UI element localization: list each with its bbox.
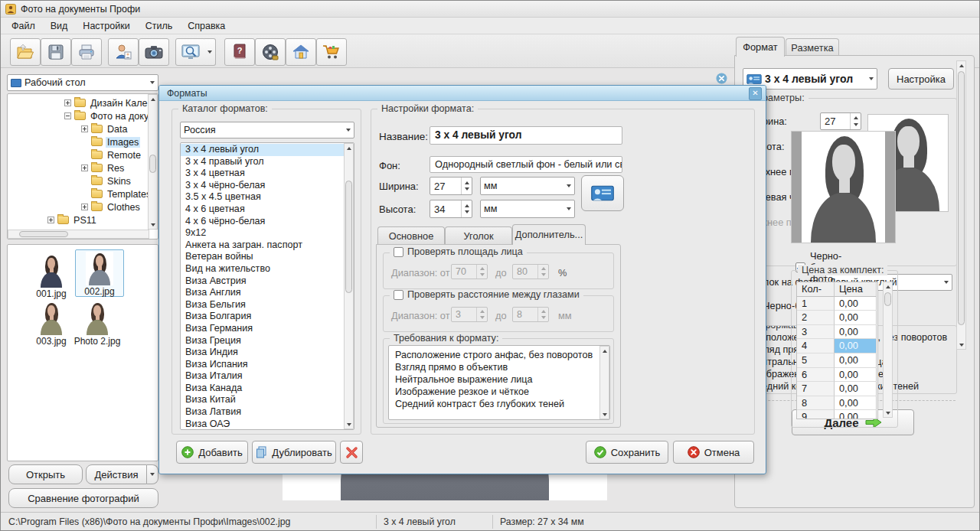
collapse-icon[interactable] <box>64 112 71 119</box>
tree-item[interactable]: Clothes <box>8 200 147 213</box>
home-button[interactable] <box>286 38 316 66</box>
face-check-checkbox[interactable] <box>394 247 403 257</box>
thumbnail-item[interactable]: Photo 2.jpg <box>74 300 121 346</box>
face-range-from-spinner[interactable]: 70 <box>451 264 488 279</box>
preview-dropdown[interactable] <box>204 38 216 66</box>
background-input[interactable]: Однородный светлый фон - белый или све <box>430 156 622 173</box>
price-table-row[interactable]: 10,00 <box>797 297 877 311</box>
width-unit-combo[interactable]: мм <box>480 177 575 195</box>
thumbnail-item[interactable]: 001.jpg <box>28 252 75 298</box>
tree-item[interactable]: Templates <box>8 187 147 200</box>
thumbnail-item[interactable]: 002.jpg <box>75 249 124 297</box>
format-list-item[interactable]: Виза Индия <box>181 347 345 359</box>
face-range-to-spinner[interactable]: 80 <box>512 264 549 279</box>
format-list-item[interactable]: Вид на жительство <box>181 263 345 275</box>
tab-layout[interactable]: Разметка <box>786 38 839 57</box>
tree-item[interactable]: Images <box>8 135 147 148</box>
expand-icon[interactable] <box>64 99 71 106</box>
expand-icon[interactable] <box>81 204 88 210</box>
requirements-scrollbar[interactable] <box>599 346 609 419</box>
id-card-button[interactable] <box>581 175 624 211</box>
price-cell[interactable]: 1 <box>797 297 835 311</box>
price-cell[interactable]: 7 <box>797 382 835 396</box>
menu-item-4[interactable]: Справка <box>180 19 233 33</box>
name-input[interactable]: 3 х 4 левый угол <box>430 126 622 145</box>
format-list-item[interactable]: Анкета на загран. паспорт <box>181 239 345 252</box>
save-format-button[interactable]: Сохранить <box>586 441 668 464</box>
actions-dropdown[interactable] <box>147 464 158 484</box>
price-table-row[interactable]: 50,00 <box>797 353 877 368</box>
panel-scrollbar[interactable] <box>956 60 966 350</box>
country-combo[interactable]: Россия <box>180 122 354 138</box>
print-button[interactable] <box>71 38 102 66</box>
format-list-item[interactable]: 9х12 <box>181 227 345 239</box>
cart-button[interactable] <box>316 38 347 66</box>
price-cell[interactable]: 3 <box>797 325 835 340</box>
format-list-item[interactable]: Виза Испания <box>181 359 345 371</box>
price-table-scrollbar[interactable] <box>883 282 893 418</box>
help-button[interactable]: ? <box>224 38 255 66</box>
format-settings-button[interactable]: Настройка <box>888 68 954 90</box>
tree-vertical-scrollbar[interactable] <box>148 94 158 230</box>
price-cell[interactable]: 5 <box>797 353 835 368</box>
price-cell[interactable]: 0,00 <box>835 325 877 340</box>
dialog-tab-additional[interactable]: Дополнитель... <box>512 224 586 245</box>
requirements-textarea[interactable]: Расположение строго анфас, без поворотов… <box>388 345 610 420</box>
expand-icon[interactable] <box>47 217 54 223</box>
format-list-item[interactable]: Виза Греция <box>181 335 345 347</box>
price-table-row[interactable]: 80,00 <box>797 396 877 411</box>
menu-item-1[interactable]: Вид <box>43 19 76 33</box>
menu-item-3[interactable]: Стиль <box>138 19 181 33</box>
price-cell[interactable]: 8 <box>797 396 835 411</box>
dialog-tab-corner[interactable]: Уголок <box>445 226 512 245</box>
preview-button[interactable] <box>175 38 206 66</box>
tab-format[interactable]: Формат <box>736 37 785 57</box>
price-cell[interactable]: 0,00 <box>835 396 877 411</box>
video-button[interactable] <box>255 38 286 66</box>
compare-photos-button[interactable]: Сравнение фотографий <box>8 488 158 508</box>
tree-item[interactable]: PS11 <box>8 213 147 226</box>
eyes-check-row[interactable]: Проверять расстояние между глазами <box>390 289 583 300</box>
thumbnail-item[interactable]: 003.jpg <box>28 300 75 346</box>
dialog-close-icon[interactable]: ✕ <box>749 87 762 100</box>
price-table-row[interactable]: 30,00 <box>797 325 877 340</box>
eyes-range-from-spinner[interactable]: 3 <box>451 307 488 322</box>
camera-button[interactable] <box>139 38 169 66</box>
format-list-item[interactable]: Виза Италия <box>181 370 345 383</box>
add-format-button[interactable]: Добавить <box>176 441 248 464</box>
price-table-row[interactable]: 60,00 <box>797 368 877 383</box>
eyes-range-to-spinner[interactable]: 8 <box>512 307 549 322</box>
collapse-toolbar-icon[interactable] <box>716 73 727 84</box>
format-list-item[interactable]: Виза Германия <box>181 323 345 335</box>
save-button[interactable] <box>41 38 71 66</box>
format-list-item[interactable]: 3.5 х 4.5 цветная <box>181 191 345 204</box>
format-list-item[interactable]: Виза Англия <box>181 287 345 299</box>
expand-icon[interactable] <box>81 165 88 171</box>
format-list-item[interactable]: Виза Китай <box>181 394 345 406</box>
price-cell[interactable]: 0,00 <box>835 297 877 311</box>
format-list-item[interactable]: Виза ОАЭ <box>181 419 345 430</box>
format-list-item[interactable]: 3 х 4 правый угол <box>181 156 345 168</box>
eyes-check-checkbox[interactable] <box>394 290 403 300</box>
height-spinner[interactable]: 34 <box>430 200 472 218</box>
open-photo-button[interactable]: Открыть <box>8 464 83 484</box>
price-cell[interactable]: 0,00 <box>835 368 877 383</box>
price-table-row[interactable]: 70,00 <box>797 382 877 396</box>
cancel-button[interactable]: Отмена <box>673 441 754 464</box>
format-list-item[interactable]: Виза Латвия <box>181 406 345 419</box>
tree-horizontal-scrollbar[interactable] <box>8 230 149 239</box>
delete-format-button[interactable] <box>340 441 363 464</box>
format-list-item[interactable]: 4 х 6 цветная <box>181 204 345 216</box>
tree-item[interactable]: Дизайн Кале <box>8 96 147 109</box>
price-cell[interactable]: 0,00 <box>835 410 877 419</box>
price-table-row[interactable]: 90,00 <box>797 410 877 419</box>
open-button[interactable] <box>10 38 41 66</box>
price-table-row[interactable]: 40,00 <box>797 339 877 353</box>
format-list-item[interactable]: 4 х 6 чёрно-белая <box>181 216 345 228</box>
format-list-item[interactable]: 3 х 4 левый угол <box>181 144 345 156</box>
price-cell[interactable]: 0,00 <box>835 353 877 368</box>
formats-list-scrollbar[interactable] <box>344 143 354 429</box>
price-table-row[interactable]: 20,00 <box>797 311 877 325</box>
height-unit-combo[interactable]: мм <box>480 200 575 218</box>
tree-item[interactable]: Фото на доку <box>8 109 147 122</box>
